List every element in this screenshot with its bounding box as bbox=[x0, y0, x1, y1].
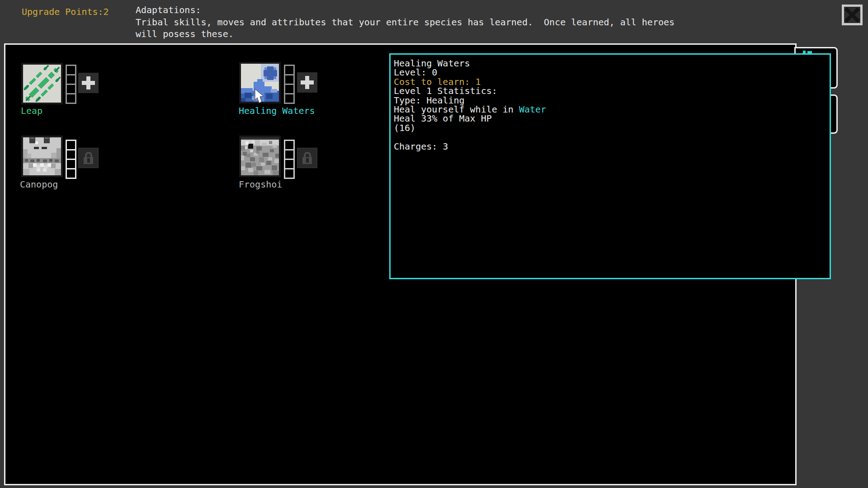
pip bbox=[66, 168, 76, 179]
skill-icon-leap[interactable] bbox=[21, 63, 63, 104]
lock-icon bbox=[297, 148, 317, 168]
tooltip-type: Type: Healing bbox=[394, 96, 830, 105]
skill-label-canopog: Canopog bbox=[20, 179, 58, 190]
level-pips-healing-waters bbox=[284, 65, 295, 104]
skill-label-frogshoi: Frogshoi bbox=[239, 179, 282, 190]
learn-button-healing-waters[interactable] bbox=[297, 72, 317, 93]
tooltip-effect-line2: Heal 33% of Max HP bbox=[394, 114, 830, 123]
skill-label-leap: Leap bbox=[21, 105, 42, 116]
tooltip-charges: Charges: 3 bbox=[394, 142, 830, 151]
page-description-line-1: Tribal skills, moves and attributes that… bbox=[136, 17, 675, 28]
locked-button-canopog[interactable] bbox=[78, 148, 99, 168]
pip bbox=[284, 168, 295, 179]
plus-icon bbox=[297, 72, 317, 93]
lock-icon bbox=[79, 148, 98, 168]
locked-button-frogshoi[interactable] bbox=[297, 148, 317, 168]
skill-icon-canopog[interactable] bbox=[21, 136, 63, 177]
leap-claw-icon bbox=[23, 65, 61, 103]
healing-waters-icon bbox=[241, 64, 279, 102]
skill-label-healing-waters: Healing Waters bbox=[239, 105, 315, 116]
upgrade-points-counter: Upgrade Points:2 bbox=[22, 6, 109, 17]
level-pips-canopog bbox=[66, 140, 76, 179]
plus-icon bbox=[78, 73, 99, 93]
level-pips-frogshoi bbox=[284, 140, 295, 179]
page-title: Adaptations: bbox=[136, 5, 201, 15]
skill-tooltip-panel: Healing Waters Level: 0 Cost to learn: 1… bbox=[389, 53, 831, 279]
tooltip-effect-value: (16) bbox=[394, 123, 830, 132]
tooltip-blank-line bbox=[394, 132, 830, 141]
skill-icon-healing-waters[interactable] bbox=[239, 62, 281, 103]
canopog-icon bbox=[23, 137, 61, 175]
close-button[interactable] bbox=[842, 5, 863, 25]
skill-icon-frogshoi[interactable] bbox=[239, 136, 281, 177]
game-screen: { "colors": { "background": "#373737", "… bbox=[0, 0, 868, 488]
tooltip-effect: Heal yourself while in Water bbox=[394, 105, 830, 114]
frogshoi-icon bbox=[241, 137, 279, 175]
page-description-line-2: will posess these. bbox=[136, 28, 234, 39]
level-pips-leap bbox=[66, 65, 76, 104]
tooltip-cost: Cost to learn: 1 bbox=[394, 77, 830, 86]
tooltip-title: Healing Waters bbox=[394, 59, 830, 68]
pip bbox=[284, 93, 295, 104]
tooltip-level: Level: 0 bbox=[394, 68, 830, 77]
pip bbox=[66, 93, 76, 104]
x-icon bbox=[844, 7, 860, 23]
tooltip-stats-header: Level 1 Statistics: bbox=[394, 86, 830, 95]
learn-button-leap[interactable] bbox=[78, 73, 99, 93]
tooltip-effect-keyword: Water bbox=[519, 104, 546, 115]
